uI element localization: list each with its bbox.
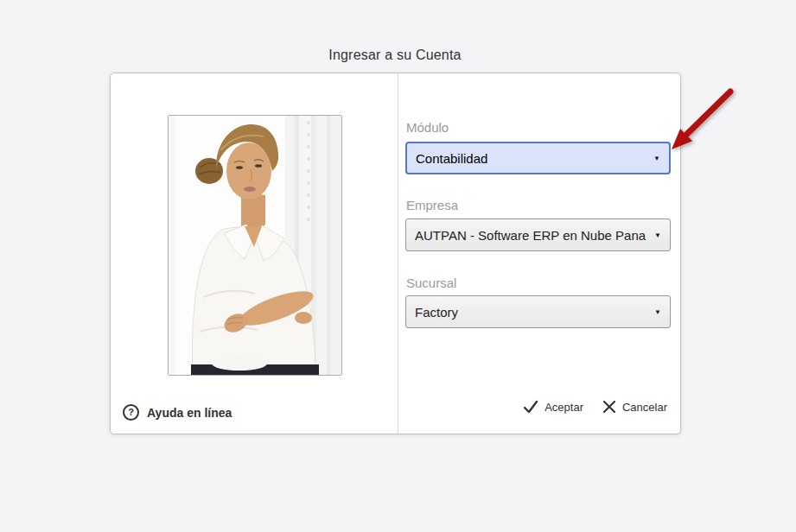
sucursal-label: Sucursal	[406, 276, 456, 290]
sucursal-select[interactable]: Factory ▼	[405, 295, 671, 328]
empresa-selected-value: AUTPAN - Software ERP en Nube Pana	[415, 228, 646, 243]
portrait-photo-art	[169, 116, 341, 375]
cancel-button[interactable]: Cancelar	[602, 400, 667, 414]
portrait-photo	[168, 115, 342, 376]
cancel-label: Cancelar	[622, 401, 667, 414]
help-link[interactable]: ? Ayuda en línea	[123, 404, 232, 421]
accept-label: Aceptar	[544, 401, 583, 414]
question-circle-icon: ?	[123, 404, 139, 421]
modulo-label: Módulo	[406, 120, 449, 135]
accept-button[interactable]: Aceptar	[523, 400, 583, 414]
caret-down-icon: ▼	[653, 155, 660, 162]
help-label: Ayuda en línea	[147, 406, 232, 420]
modulo-select[interactable]: Contabilidad ▼	[405, 142, 671, 174]
login-dialog: ? Ayuda en línea Módulo Contabilidad ▼ E…	[110, 73, 681, 434]
check-icon	[523, 400, 538, 414]
dialog-actions: Aceptar Cancelar	[523, 400, 667, 414]
page-title: Ingresar a su Cuenta	[110, 48, 680, 63]
empresa-select[interactable]: AUTPAN - Software ERP en Nube Pana ▼	[405, 218, 671, 251]
empresa-label: Empresa	[406, 198, 458, 212]
sucursal-selected-value: Factory	[415, 305, 458, 320]
close-icon	[602, 400, 616, 414]
left-panel: ? Ayuda en línea	[111, 73, 398, 434]
caret-down-icon: ▼	[654, 231, 661, 239]
modulo-selected-value: Contabilidad	[416, 151, 487, 166]
caret-down-icon: ▼	[654, 308, 661, 316]
